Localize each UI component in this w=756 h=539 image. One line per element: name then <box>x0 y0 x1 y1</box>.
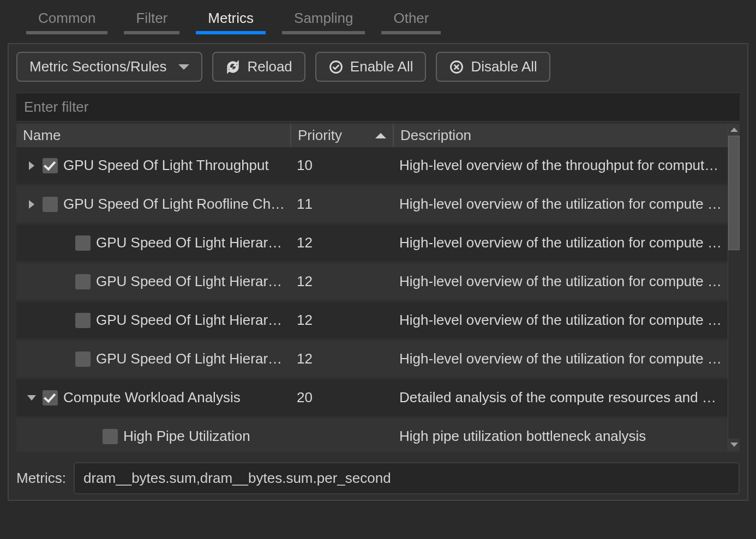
cell-priority: 10 <box>291 147 394 184</box>
reload-icon <box>225 59 241 75</box>
row-checkbox[interactable] <box>75 352 91 367</box>
expand-toggle[interactable] <box>26 161 37 170</box>
metrics-panel: Metric Sections/Rules Reload Enable All <box>8 43 748 501</box>
cell-description: High-level overview of the utilization f… <box>394 186 740 222</box>
cell-description: High-level overview of the utilization f… <box>394 302 740 338</box>
cell-priority: 12 <box>291 341 394 377</box>
filter-input[interactable] <box>16 93 740 122</box>
cell-priority: 12 <box>291 225 394 261</box>
tab-sampling[interactable]: Sampling <box>282 4 365 34</box>
column-header-description[interactable]: Description <box>394 124 740 147</box>
cell-name: High Pipe Utilization <box>16 418 291 452</box>
cell-description: High-level overview of the utilization f… <box>394 341 740 377</box>
table-header: Name Priority Description <box>16 124 740 147</box>
row-name-label: GPU Speed Of Light Throughput <box>63 157 286 174</box>
x-circle-icon <box>449 59 464 75</box>
cell-name: GPU Speed Of Light Hierarchical Roofline <box>16 263 291 300</box>
cell-name: GPU Speed Of Light Hierarchical Roofline <box>16 341 291 377</box>
reload-button[interactable]: Reload <box>212 52 305 82</box>
cell-priority: 20 <box>291 379 394 416</box>
tab-other[interactable]: Other <box>381 4 441 34</box>
vertical-scrollbar[interactable] <box>728 124 740 451</box>
cell-description: High-level overview of the utilization f… <box>394 263 740 300</box>
metric-sections-rules-dropdown[interactable]: Metric Sections/Rules <box>16 52 202 82</box>
row-checkbox[interactable] <box>75 274 91 289</box>
disable-all-label: Disable All <box>471 58 537 75</box>
cell-name: GPU Speed Of Light Hierarchical Roofline <box>16 302 291 338</box>
row-name-label: GPU Speed Of Light Hierarchical Roofline <box>96 273 286 290</box>
metrics-config-view: Common Filter Metrics Sampling Other Met… <box>0 0 756 539</box>
table-row[interactable]: GPU Speed Of Light Hierarchical Roofline… <box>16 263 740 302</box>
row-checkbox[interactable] <box>43 197 58 212</box>
cell-description: High-level overview of the utilization f… <box>394 225 740 261</box>
expand-toggle[interactable] <box>26 395 37 401</box>
column-header-name[interactable]: Name <box>16 124 291 147</box>
row-name-label: Compute Workload Analysis <box>63 389 286 406</box>
row-name-label: GPU Speed Of Light Hierarchical Roofline <box>96 312 286 329</box>
dropdown-label: Metric Sections/Rules <box>29 58 166 75</box>
cell-description: High-level overview of the throughput fo… <box>394 147 740 184</box>
cell-priority: 12 <box>291 302 394 338</box>
table-row[interactable]: High Pipe UtilizationHigh pipe utilizati… <box>16 418 740 452</box>
chevron-down-icon <box>178 64 189 70</box>
cell-name: GPU Speed Of Light Hierarchical Roofline <box>16 225 291 261</box>
row-checkbox[interactable] <box>43 390 58 405</box>
row-checkbox[interactable] <box>75 235 91 251</box>
chevron-down-icon <box>27 395 36 401</box>
row-checkbox[interactable] <box>103 429 118 444</box>
enable-all-button[interactable]: Enable All <box>315 52 427 82</box>
column-header-priority[interactable]: Priority <box>291 124 394 147</box>
cell-priority <box>291 418 394 452</box>
table-row[interactable]: GPU Speed Of Light Hierarchical Roofline… <box>16 225 740 263</box>
row-name-label: GPU Speed Of Light Roofline Chart <box>63 196 286 213</box>
chevron-right-icon <box>29 200 34 209</box>
tab-metrics[interactable]: Metrics <box>196 4 266 34</box>
table-row[interactable]: GPU Speed Of Light Hierarchical Roofline… <box>16 302 740 341</box>
cell-name: GPU Speed Of Light Throughput <box>16 147 291 184</box>
table-row[interactable]: GPU Speed Of Light Throughput10High-leve… <box>16 147 740 186</box>
metrics-toolbar: Metric Sections/Rules Reload Enable All <box>16 52 740 82</box>
metrics-footer: Metrics: <box>16 462 740 494</box>
scroll-up-icon[interactable] <box>728 124 740 136</box>
disable-all-button[interactable]: Disable All <box>436 52 550 82</box>
config-tab-bar: Common Filter Metrics Sampling Other <box>0 0 756 34</box>
table-row[interactable]: GPU Speed Of Light Hierarchical Roofline… <box>16 341 740 379</box>
tab-filter[interactable]: Filter <box>124 4 179 34</box>
sort-ascending-icon <box>375 133 386 138</box>
check-circle-icon <box>328 59 344 75</box>
table-row[interactable]: GPU Speed Of Light Roofline Chart11High-… <box>16 186 740 225</box>
cell-name: GPU Speed Of Light Roofline Chart <box>16 186 291 222</box>
cell-description: High pipe utilization bottleneck analysi… <box>394 418 740 452</box>
row-checkbox[interactable] <box>75 313 91 328</box>
chevron-right-icon <box>29 161 34 170</box>
row-name-label: High Pipe Utilization <box>123 428 286 445</box>
tab-common[interactable]: Common <box>26 4 107 34</box>
metrics-field-input[interactable] <box>74 462 740 494</box>
cell-description: Detailed analysis of the compute resourc… <box>394 379 740 416</box>
cell-priority: 12 <box>291 263 394 300</box>
scroll-down-icon[interactable] <box>728 439 740 451</box>
expand-toggle[interactable] <box>26 200 37 209</box>
enable-all-label: Enable All <box>350 58 413 75</box>
table-row[interactable]: Compute Workload Analysis20Detailed anal… <box>16 379 740 418</box>
row-checkbox[interactable] <box>43 158 58 173</box>
row-name-label: GPU Speed Of Light Hierarchical Roofline <box>96 234 286 251</box>
metrics-field-label: Metrics: <box>16 470 66 487</box>
scrollbar-thumb[interactable] <box>728 136 740 250</box>
cell-name: Compute Workload Analysis <box>16 379 291 416</box>
row-name-label: GPU Speed Of Light Hierarchical Roofline <box>96 350 286 367</box>
cell-priority: 11 <box>291 186 394 222</box>
reload-label: Reload <box>247 58 292 75</box>
metrics-table: Name Priority Description GPU Speed Of L… <box>16 124 740 452</box>
